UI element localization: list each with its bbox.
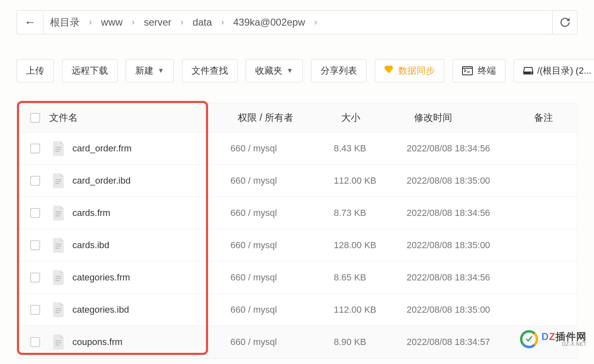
table-row[interactable]: categories.frm660 / mysql8.65 KB2022/08/… [17,261,577,294]
file-size: 8.90 KB [334,337,366,347]
row-checkbox[interactable] [30,144,40,153]
upload-button[interactable]: 上传 [17,59,54,82]
svg-rect-5 [55,149,61,150]
svg-rect-12 [55,216,60,216]
file-size: 112.00 KB [334,175,376,186]
header-note[interactable]: 备注 [534,112,553,123]
svg-rect-21 [55,312,60,313]
svg-rect-17 [55,278,61,279]
file-icon [53,302,65,317]
breadcrumb-item[interactable]: 根目录 [48,16,81,29]
file-mtime: 2022/08/08 18:35:00 [407,304,490,315]
file-mtime: 2022/08/08 18:34:56 [407,208,490,218]
table-header: 文件名 权限 / 所有者 大小 修改时间 备注 [17,103,577,132]
share-list-button[interactable]: 分享列表 [311,59,366,82]
svg-rect-22 [55,340,61,341]
refresh-icon [560,17,570,28]
file-mtime: 2022/08/08 18:34:56 [407,143,490,153]
file-icon [53,270,65,285]
chevron-right-icon: › [81,17,99,28]
svg-rect-24 [55,345,60,345]
svg-rect-23 [55,342,61,343]
remote-download-button[interactable]: 远程下载 [62,59,117,82]
svg-rect-20 [55,310,61,311]
file-icon [53,206,65,220]
toolbar: 上传 远程下载 新建▼ 文件查找 收藏夹▼ 分享列表 数据同步 终端 /(根目录… [17,59,577,82]
header-name[interactable]: 文件名 [49,111,78,124]
file-mtime: 2022/08/08 18:34:56 [407,272,490,283]
row-checkbox[interactable] [30,176,40,186]
file-perm: 660 / mysql [230,337,277,347]
favorites-button[interactable]: 收藏夹▼ [246,59,303,82]
file-icon [53,141,65,156]
chevron-down-icon: ▼ [287,67,293,74]
file-perm: 660 / mysql [230,175,277,186]
svg-rect-15 [55,248,60,249]
terminal-icon [462,66,473,75]
breadcrumb-item[interactable]: server [142,17,173,28]
svg-rect-14 [55,246,61,247]
table-row[interactable]: categories.ibd660 / mysql112.00 KB2022/0… [17,294,577,326]
header-mtime[interactable]: 修改时间 [414,112,452,123]
svg-rect-9 [55,183,60,184]
row-checkbox[interactable] [30,240,40,250]
row-checkbox[interactable] [30,337,40,347]
table-row[interactable]: cards.frm660 / mysql8.73 KB2022/08/08 18… [17,197,577,229]
file-name[interactable]: card_order.ibd [72,175,131,186]
refresh-button[interactable] [552,11,577,34]
table-row[interactable]: card_order.ibd660 / mysql112.00 KB2022/0… [17,165,577,197]
file-perm: 660 / mysql [230,304,277,315]
terminal-button[interactable]: 终端 [453,59,505,82]
chevron-right-icon: › [213,17,231,28]
file-name[interactable]: cards.frm [72,208,110,218]
chevron-down-icon: ▼ [158,67,164,74]
file-size: 8.43 KB [334,143,366,153]
back-button[interactable]: ← [17,11,43,34]
breadcrumb-item[interactable]: www [99,17,124,28]
new-button[interactable]: 新建▼ [126,59,174,82]
file-name[interactable]: cards.ibd [72,240,109,251]
table-row[interactable]: card_order.frm660 / mysql8.43 KB2022/08/… [17,132,577,165]
chevron-right-icon: › [173,17,191,28]
file-name[interactable]: categories.frm [72,272,130,283]
breadcrumb-item[interactable]: 439ka@002epw [232,17,307,28]
file-mtime: 2022/08/08 18:35:00 [407,175,490,186]
data-sync-button[interactable]: 数据同步 [375,59,444,82]
row-checkbox[interactable] [30,305,40,315]
file-name[interactable]: card_order.frm [72,143,132,154]
row-checkbox[interactable] [30,273,40,283]
header-perm[interactable]: 权限 / 所有者 [238,112,293,123]
chevron-right-icon: › [307,17,325,28]
file-search-button[interactable]: 文件查找 [182,59,237,82]
svg-rect-16 [55,276,61,277]
breadcrumb-path: 根目录›www›server›data›439ka@002epw› [43,11,552,34]
file-name[interactable]: categories.ibd [72,304,129,315]
diamond-icon [384,65,393,76]
file-icon [53,238,65,253]
svg-rect-13 [55,244,61,244]
svg-rect-19 [55,308,61,309]
file-perm: 660 / mysql [230,143,277,153]
file-perm: 660 / mysql [230,240,277,250]
file-size: 112.00 KB [334,304,376,315]
svg-rect-8 [55,181,61,182]
breadcrumb-item[interactable]: data [191,17,214,28]
file-mtime: 2022/08/08 18:35:00 [407,240,490,250]
file-icon [53,173,65,188]
header-size[interactable]: 大小 [341,112,360,123]
file-name[interactable]: coupons.frm [72,337,122,347]
svg-point-3 [530,72,531,73]
svg-rect-6 [55,151,60,152]
svg-rect-11 [55,213,61,214]
row-checkbox[interactable] [30,208,40,218]
disk-selector-button[interactable]: /(根目录) (2... [514,59,594,82]
table-row[interactable]: cards.ibd660 / mysql128.00 KB2022/08/08 … [17,229,577,261]
select-all-checkbox[interactable] [30,113,40,123]
file-perm: 660 / mysql [230,272,277,283]
svg-rect-4 [55,147,61,148]
svg-rect-18 [55,280,60,281]
disk-icon [523,67,533,75]
table-row[interactable]: coupons.frm660 / mysql8.90 KB2022/08/08 … [17,326,577,358]
arrow-left-icon: ← [24,16,36,29]
svg-rect-10 [55,211,61,212]
